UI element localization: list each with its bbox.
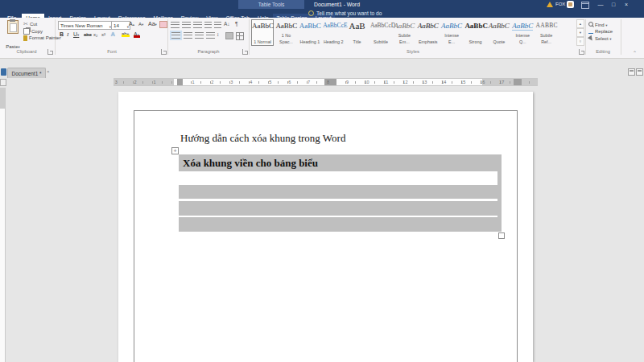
style-title[interactable]: AaBTitle — [346, 19, 369, 46]
style-preview: AaBbC — [394, 22, 415, 30]
align-left-button[interactable] — [171, 32, 180, 39]
maximize-button[interactable]: □ — [609, 0, 618, 9]
highlight-color-button[interactable]: ab▾ — [122, 31, 129, 36]
format-painter-button[interactable]: Format Painter — [23, 35, 61, 41]
style-subtle-em-[interactable]: AaBbCSubtle Em... — [393, 19, 415, 46]
ruler-number: 5 — [266, 79, 275, 85]
paste-button[interactable]: Paste▾ — [3, 20, 23, 49]
horizontal-ruler[interactable]: 3211234567891011121314151617 — [114, 78, 538, 86]
ribbon-tab-row: FileHomeInsertDesignLayoutReferencesMail… — [0, 9, 644, 18]
avatar[interactable] — [567, 1, 574, 8]
style-subtitle[interactable]: AaBbCcDSubtitle — [369, 19, 392, 46]
grow-font-button[interactable]: A▴ — [129, 21, 134, 27]
decrease-indent-icon[interactable] — [204, 22, 212, 28]
cut-button[interactable]: ✂Cut — [23, 21, 37, 27]
style-quote[interactable]: AaBbCQuote — [488, 19, 510, 46]
style-name: Subtle Em... — [394, 32, 415, 45]
office-tab-new-icon[interactable] — [1, 68, 6, 76]
table-move-handle[interactable]: + — [171, 147, 179, 154]
document-heading[interactable]: Hướng dẫn cách xóa khung trong Word — [180, 132, 518, 145]
styles-scroll-up[interactable]: ▴ — [576, 19, 584, 28]
numbering-icon[interactable] — [182, 22, 191, 28]
table-row[interactable] — [179, 201, 502, 216]
office-tab-window-icon[interactable] — [628, 68, 635, 76]
style-heading-1[interactable]: AaBbCHeading 1 — [299, 19, 321, 46]
shading-icon[interactable] — [225, 32, 233, 39]
minimize-button[interactable]: — — [596, 0, 605, 9]
tell-me-box[interactable]: Tell me what you want to do — [308, 9, 382, 18]
align-center-button[interactable] — [184, 32, 192, 39]
styles-dialog-launcher[interactable] — [579, 49, 584, 55]
underline-button[interactable]: U▾ — [73, 31, 79, 37]
styles-gallery-expand[interactable]: ▿ — [576, 37, 584, 46]
table-row[interactable] — [179, 185, 502, 199]
style-heading-2[interactable]: AaBbCcEHeading 2 — [322, 19, 345, 46]
align-right-button[interactable] — [195, 32, 204, 39]
bold-button[interactable]: B — [60, 31, 64, 37]
superscript-button[interactable]: x² — [101, 32, 105, 37]
shrink-font-button[interactable]: A▾ — [138, 21, 143, 27]
text-effects-button[interactable]: A — [111, 31, 115, 37]
change-case-button[interactable]: Aa▾ — [148, 21, 157, 27]
document-tab[interactable]: Document1 * — [7, 68, 46, 78]
replace-button[interactable]: Replace — [588, 29, 613, 34]
clipboard-dialog-launcher[interactable] — [47, 49, 53, 55]
close-button[interactable]: × — [621, 0, 631, 9]
multilevel-list-icon[interactable] — [193, 22, 202, 28]
subscript-button[interactable]: x₂ — [93, 32, 97, 37]
borders-icon[interactable] — [236, 32, 244, 40]
tab-strip: FileHomeInsertDesignLayoutReferencesMail… — [2, 9, 335, 18]
strikethrough-button[interactable]: abc — [84, 32, 92, 37]
style-1-no-spac-[interactable]: AaBbC1 No Spac... — [275, 19, 297, 46]
style-strong[interactable]: AaBbCStrong — [464, 19, 486, 46]
ribbon-display-options-icon[interactable] — [581, 2, 589, 9]
ruler-number: 16 — [478, 79, 486, 85]
clear-formatting-icon[interactable] — [159, 21, 167, 28]
font-color-button[interactable]: A▾ — [134, 31, 139, 37]
sort-icon[interactable]: A↓ — [224, 21, 230, 27]
table-resize-handle[interactable] — [498, 232, 505, 239]
style-1-normal[interactable]: AaBbC1 Normal — [251, 19, 274, 46]
tab-close-icon[interactable]: × — [47, 69, 50, 74]
copy-button[interactable]: Copy — [23, 28, 43, 35]
chevron-down-icon: ▾ — [127, 32, 129, 36]
style-preview: AaBbC — [252, 22, 273, 30]
style-intense-e-[interactable]: AaBbCIntense E... — [440, 19, 463, 46]
vertical-ruler[interactable] — [0, 88, 6, 362]
pilcrow-icon[interactable]: ¶ — [235, 21, 238, 27]
style-preview: AaBbC — [489, 22, 510, 30]
line-spacing-icon[interactable]: ↕ — [217, 31, 219, 37]
tab-list-button[interactable] — [0, 79, 6, 86]
find-button[interactable]: Find ▾ — [588, 22, 608, 27]
style-name: Heading 1 — [299, 39, 320, 45]
style-preview: AABBC — [536, 22, 557, 30]
font-size-combo[interactable]: 14▾ — [111, 21, 130, 30]
font-dialog-launcher[interactable] — [161, 49, 167, 55]
justify-button[interactable] — [206, 32, 215, 39]
table-row[interactable] — [179, 217, 502, 232]
style-subtle-ref-[interactable]: AABBCSubtle Ref... — [535, 19, 558, 46]
vertical-ruler-margin — [0, 88, 5, 109]
table-row-title[interactable]: Xóa khung viền cho bảng biểu — [179, 154, 502, 171]
collapse-ribbon-icon[interactable]: ⌃ — [633, 50, 637, 56]
table-column-marker[interactable] — [514, 79, 522, 85]
style-intense-q-[interactable]: AaBbCIntense Q... — [511, 19, 534, 46]
ruler-number: 13 — [420, 79, 428, 85]
cursor-arrow-icon — [588, 35, 594, 42]
style-emphasis[interactable]: AaBbCEmphasis — [417, 19, 440, 46]
font-name-combo[interactable]: Times New Roman▾ — [58, 21, 113, 30]
office-tab-window-icon[interactable] — [636, 68, 643, 76]
table-column-marker[interactable] — [177, 79, 183, 85]
increase-indent-icon[interactable] — [214, 22, 221, 28]
scissors-icon: ✂ — [23, 21, 28, 27]
styles-scroll-down[interactable]: ▾ — [576, 28, 584, 37]
bullets-icon[interactable] — [171, 22, 180, 28]
paragraph-dialog-launcher[interactable] — [242, 49, 248, 55]
paragraph-group-label: Paragraph — [168, 49, 249, 54]
ruler-number: 2 — [208, 79, 217, 85]
warning-icon — [547, 2, 553, 7]
italic-button[interactable]: I — [67, 31, 68, 38]
select-button[interactable]: Select ▾ — [588, 36, 612, 41]
table-right-column[interactable] — [497, 154, 502, 232]
style-preview: AaBbC — [275, 22, 296, 30]
